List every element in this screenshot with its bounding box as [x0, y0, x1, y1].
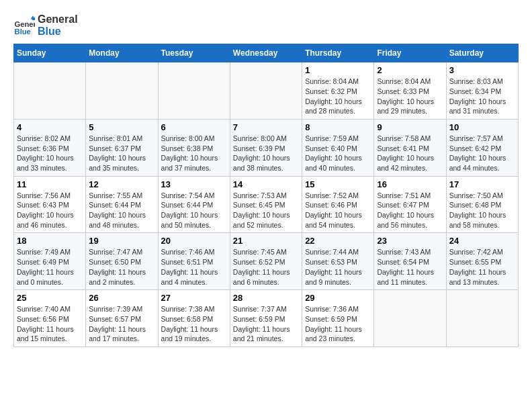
calendar-header: SundayMondayTuesdayWednesdayThursdayFrid…: [14, 44, 519, 62]
day-number: 8: [305, 122, 371, 132]
calendar-cell: 12Sunrise: 7:55 AM Sunset: 6:44 PM Dayli…: [86, 176, 158, 233]
cell-content: Sunrise: 7:40 AM Sunset: 6:56 PM Dayligh…: [17, 304, 83, 344]
cell-content: Sunrise: 7:46 AM Sunset: 6:51 PM Dayligh…: [161, 247, 227, 287]
header-cell-monday: Monday: [86, 44, 158, 62]
calendar-cell: 15Sunrise: 7:52 AM Sunset: 6:46 PM Dayli…: [302, 176, 374, 233]
cell-content: Sunrise: 7:57 AM Sunset: 6:42 PM Dayligh…: [449, 134, 515, 173]
calendar-cell: 3Sunrise: 8:03 AM Sunset: 6:34 PM Daylig…: [446, 62, 518, 120]
day-number: 24: [449, 236, 515, 246]
calendar-cell: 8Sunrise: 7:59 AM Sunset: 6:40 PM Daylig…: [302, 119, 374, 176]
calendar-cell: 10Sunrise: 7:57 AM Sunset: 6:42 PM Dayli…: [446, 119, 518, 176]
day-number: 13: [161, 179, 227, 189]
day-number: 20: [161, 236, 227, 246]
cell-content: Sunrise: 7:38 AM Sunset: 6:58 PM Dayligh…: [161, 304, 227, 344]
calendar-cell: 2Sunrise: 8:04 AM Sunset: 6:33 PM Daylig…: [374, 62, 446, 120]
header: General Blue General Blue: [13, 13, 519, 37]
calendar-cell: 29Sunrise: 7:36 AM Sunset: 6:59 PM Dayli…: [302, 290, 374, 347]
calendar-cell: 11Sunrise: 7:56 AM Sunset: 6:43 PM Dayli…: [14, 176, 86, 233]
day-number: 23: [377, 236, 443, 246]
cell-content: Sunrise: 7:43 AM Sunset: 6:54 PM Dayligh…: [377, 247, 443, 287]
cell-content: Sunrise: 7:59 AM Sunset: 6:40 PM Dayligh…: [305, 134, 371, 173]
calendar-cell: [86, 62, 158, 120]
day-number: 10: [449, 122, 515, 132]
day-number: 26: [89, 293, 154, 303]
header-cell-thursday: Thursday: [302, 44, 374, 62]
day-number: 4: [17, 122, 83, 132]
day-number: 28: [233, 293, 299, 303]
cell-content: Sunrise: 7:50 AM Sunset: 6:48 PM Dayligh…: [449, 191, 515, 230]
header-cell-friday: Friday: [374, 44, 446, 62]
calendar-table: SundayMondayTuesdayWednesdayThursdayFrid…: [13, 44, 519, 347]
day-number: 27: [161, 293, 227, 303]
calendar-cell: 23Sunrise: 7:43 AM Sunset: 6:54 PM Dayli…: [374, 233, 446, 290]
calendar-cell: [158, 62, 230, 120]
week-row-5: 25Sunrise: 7:40 AM Sunset: 6:56 PM Dayli…: [14, 290, 519, 347]
cell-content: Sunrise: 7:47 AM Sunset: 6:50 PM Dayligh…: [89, 247, 154, 287]
week-row-4: 18Sunrise: 7:49 AM Sunset: 6:49 PM Dayli…: [14, 233, 519, 290]
calendar-cell: 4Sunrise: 8:02 AM Sunset: 6:36 PM Daylig…: [14, 119, 86, 176]
cell-content: Sunrise: 7:49 AM Sunset: 6:49 PM Dayligh…: [17, 247, 83, 287]
day-number: 7: [233, 122, 299, 132]
cell-content: Sunrise: 8:02 AM Sunset: 6:36 PM Dayligh…: [17, 134, 83, 173]
cell-content: Sunrise: 7:51 AM Sunset: 6:47 PM Dayligh…: [377, 191, 443, 230]
calendar-cell: 6Sunrise: 8:00 AM Sunset: 6:38 PM Daylig…: [158, 119, 230, 176]
cell-content: Sunrise: 7:37 AM Sunset: 6:59 PM Dayligh…: [233, 304, 299, 344]
day-number: 12: [89, 179, 154, 189]
cell-content: Sunrise: 7:58 AM Sunset: 6:41 PM Dayligh…: [377, 134, 443, 173]
day-number: 21: [233, 236, 299, 246]
calendar-cell: [374, 290, 446, 347]
calendar-cell: [446, 290, 518, 347]
calendar-cell: 18Sunrise: 7:49 AM Sunset: 6:49 PM Dayli…: [14, 233, 86, 290]
cell-content: Sunrise: 7:44 AM Sunset: 6:53 PM Dayligh…: [305, 247, 371, 287]
day-number: 25: [17, 293, 83, 303]
calendar-cell: 28Sunrise: 7:37 AM Sunset: 6:59 PM Dayli…: [230, 290, 302, 347]
cell-content: Sunrise: 7:39 AM Sunset: 6:57 PM Dayligh…: [89, 304, 154, 344]
week-row-2: 4Sunrise: 8:02 AM Sunset: 6:36 PM Daylig…: [14, 119, 519, 176]
day-number: 5: [89, 122, 154, 132]
calendar-cell: 5Sunrise: 8:01 AM Sunset: 6:37 PM Daylig…: [86, 119, 158, 176]
cell-content: Sunrise: 8:01 AM Sunset: 6:37 PM Dayligh…: [89, 134, 154, 173]
day-number: 2: [377, 65, 443, 75]
svg-text:Blue: Blue: [15, 27, 31, 35]
calendar-cell: 20Sunrise: 7:46 AM Sunset: 6:51 PM Dayli…: [158, 233, 230, 290]
day-number: 15: [305, 179, 371, 189]
logo: General Blue General Blue: [13, 13, 78, 37]
header-row: SundayMondayTuesdayWednesdayThursdayFrid…: [14, 44, 519, 62]
day-number: 17: [449, 179, 515, 189]
cell-content: Sunrise: 8:00 AM Sunset: 6:39 PM Dayligh…: [233, 134, 299, 173]
calendar-cell: 16Sunrise: 7:51 AM Sunset: 6:47 PM Dayli…: [374, 176, 446, 233]
day-number: 29: [305, 293, 371, 303]
header-cell-saturday: Saturday: [446, 44, 518, 62]
calendar-cell: 19Sunrise: 7:47 AM Sunset: 6:50 PM Dayli…: [86, 233, 158, 290]
day-number: 9: [377, 122, 443, 132]
day-number: 22: [305, 236, 371, 246]
logo-general: General: [38, 13, 78, 26]
cell-content: Sunrise: 7:36 AM Sunset: 6:59 PM Dayligh…: [305, 304, 371, 344]
header-cell-wednesday: Wednesday: [230, 44, 302, 62]
day-number: 1: [305, 65, 371, 75]
calendar-cell: 22Sunrise: 7:44 AM Sunset: 6:53 PM Dayli…: [302, 233, 374, 290]
calendar-cell: 17Sunrise: 7:50 AM Sunset: 6:48 PM Dayli…: [446, 176, 518, 233]
logo-icon: General Blue: [13, 15, 35, 36]
cell-content: Sunrise: 8:00 AM Sunset: 6:38 PM Dayligh…: [161, 134, 227, 173]
calendar-cell: 27Sunrise: 7:38 AM Sunset: 6:58 PM Dayli…: [158, 290, 230, 347]
cell-content: Sunrise: 8:03 AM Sunset: 6:34 PM Dayligh…: [449, 77, 515, 116]
cell-content: Sunrise: 7:45 AM Sunset: 6:52 PM Dayligh…: [233, 247, 299, 287]
day-number: 3: [449, 65, 515, 75]
calendar-cell: 14Sunrise: 7:53 AM Sunset: 6:45 PM Dayli…: [230, 176, 302, 233]
calendar-cell: 9Sunrise: 7:58 AM Sunset: 6:41 PM Daylig…: [374, 119, 446, 176]
cell-content: Sunrise: 7:54 AM Sunset: 6:44 PM Dayligh…: [161, 191, 227, 230]
cell-content: Sunrise: 7:56 AM Sunset: 6:43 PM Dayligh…: [17, 191, 83, 230]
calendar-cell: 21Sunrise: 7:45 AM Sunset: 6:52 PM Dayli…: [230, 233, 302, 290]
calendar-cell: [14, 62, 86, 120]
cell-content: Sunrise: 7:52 AM Sunset: 6:46 PM Dayligh…: [305, 191, 371, 230]
cell-content: Sunrise: 7:42 AM Sunset: 6:55 PM Dayligh…: [449, 247, 515, 287]
calendar-cell: 1Sunrise: 8:04 AM Sunset: 6:32 PM Daylig…: [302, 62, 374, 120]
week-row-1: 1Sunrise: 8:04 AM Sunset: 6:32 PM Daylig…: [14, 62, 519, 120]
day-number: 11: [17, 179, 83, 189]
cell-content: Sunrise: 7:53 AM Sunset: 6:45 PM Dayligh…: [233, 191, 299, 230]
calendar-cell: 24Sunrise: 7:42 AM Sunset: 6:55 PM Dayli…: [446, 233, 518, 290]
day-number: 18: [17, 236, 83, 246]
day-number: 14: [233, 179, 299, 189]
week-row-3: 11Sunrise: 7:56 AM Sunset: 6:43 PM Dayli…: [14, 176, 519, 233]
